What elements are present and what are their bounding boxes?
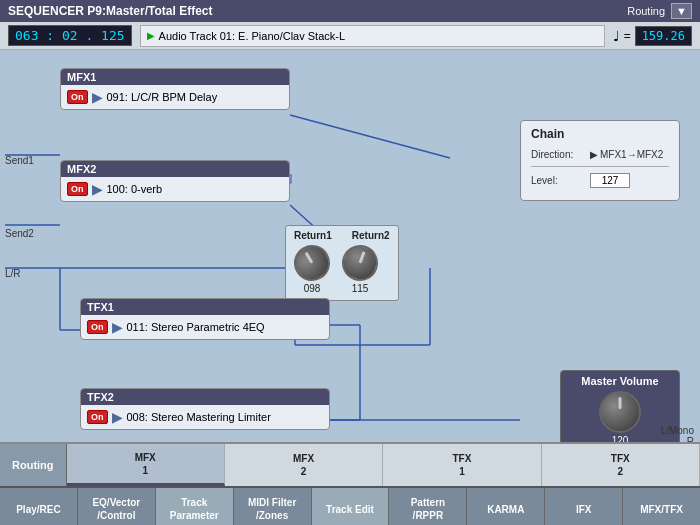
nav-play-rec[interactable]: Play/REC xyxy=(0,488,78,525)
mfx2-body: On ▶ 100: 0-verb xyxy=(61,177,289,201)
nav-eq-vector[interactable]: EQ/Vector /Control xyxy=(78,488,156,525)
top-bar-right: Routing ▼ xyxy=(627,3,692,19)
top-bar: SEQUENCER P9:Master/Total Effect Routing… xyxy=(0,0,700,22)
chain-direction-value: ▶ MFX1→MFX2 xyxy=(590,149,663,160)
tfx2-header: TFX2 xyxy=(81,389,329,405)
nav-ifx[interactable]: IFX xyxy=(545,488,623,525)
nav-mfx-tfx[interactable]: MFX/TFX xyxy=(623,488,700,525)
chain-direction-label: Direction: xyxy=(531,149,586,160)
nav-pattern-rppr[interactable]: Pattern /RPPR xyxy=(389,488,467,525)
tfx1-on-button[interactable]: On xyxy=(87,320,108,334)
tab-routing[interactable]: Routing xyxy=(0,444,67,486)
nav-track-edit[interactable]: Track Edit xyxy=(312,488,390,525)
tfx1-header: TFX1 xyxy=(81,299,329,315)
master-volume-value: 120 xyxy=(612,435,629,442)
mfx2-effect-name: 100: 0-verb xyxy=(107,183,163,195)
tempo-equals: = xyxy=(624,29,631,43)
return2-knob-group: 115 xyxy=(342,245,378,294)
chain-direction-row: Direction: ▶ MFX1→MFX2 xyxy=(531,149,669,160)
main-content: Send1 Send2 L/R MFX1 On ▶ 091: L/C/R BPM… xyxy=(0,50,700,442)
mfx1-arrow-icon: ▶ xyxy=(92,89,103,105)
track-info: ▶ Audio Track 01: E. Piano/Clav Stack-L xyxy=(140,25,605,47)
send1-label: Send1 xyxy=(5,155,34,166)
mfx1-effect-name: 091: L/C/R BPM Delay xyxy=(107,91,218,103)
tfx1-arrow-icon: ▶ xyxy=(112,319,123,335)
nav-karma[interactable]: KARMA xyxy=(467,488,545,525)
chain-title: Chain xyxy=(531,127,669,141)
app-title: SEQUENCER P9:Master/Total Effect xyxy=(8,4,213,18)
master-volume-knob[interactable] xyxy=(599,391,641,433)
mfx2-on-button[interactable]: On xyxy=(67,182,88,196)
tempo-value[interactable]: 159.26 xyxy=(635,26,692,46)
mfx2-block: MFX2 On ▶ 100: 0-verb xyxy=(60,160,290,202)
master-volume-title: Master Volume xyxy=(581,375,658,387)
position-display[interactable]: 063 : 02 . 125 xyxy=(8,25,132,46)
chain-level-row: Level: xyxy=(531,173,669,188)
mfx1-on-button[interactable]: On xyxy=(67,90,88,104)
return-header: Return1 Return2 xyxy=(294,230,390,241)
tab-mfx1[interactable]: MFX 1 xyxy=(67,444,225,486)
return-knobs-row: 098 115 xyxy=(294,245,390,294)
send2-label: Send2 xyxy=(5,228,34,239)
tfx2-on-button[interactable]: On xyxy=(87,410,108,424)
nav-midi-filter[interactable]: MIDI Filter /Zones xyxy=(234,488,312,525)
routing-dropdown[interactable]: ▼ xyxy=(671,3,692,19)
return2-value: 115 xyxy=(352,283,369,294)
tab-tfx2[interactable]: TFX 2 xyxy=(542,444,700,486)
tfx2-arrow-icon: ▶ xyxy=(112,409,123,425)
return1-label: Return1 xyxy=(294,230,332,241)
tfx1-block: TFX1 On ▶ 011: Stereo Parametric 4EQ xyxy=(80,298,330,340)
tfx2-body: On ▶ 008: Stereo Mastering Limiter xyxy=(81,405,329,429)
return1-knob[interactable] xyxy=(287,238,336,287)
master-volume-knob-container: 120 xyxy=(599,391,641,442)
mfx2-header: MFX2 xyxy=(61,161,289,177)
return1-value: 098 xyxy=(304,283,321,294)
tfx2-block: TFX2 On ▶ 008: Stereo Mastering Limiter xyxy=(80,388,330,430)
mfx1-body: On ▶ 091: L/C/R BPM Delay xyxy=(61,85,289,109)
tfx1-body: On ▶ 011: Stereo Parametric 4EQ xyxy=(81,315,329,339)
routing-label: Routing xyxy=(627,5,665,17)
mfx1-block: MFX1 On ▶ 091: L/C/R BPM Delay xyxy=(60,68,290,110)
tempo-display: ♩ = 159.26 xyxy=(613,26,692,46)
tab-tfx1[interactable]: TFX 1 xyxy=(383,444,541,486)
lr-label: L/R xyxy=(5,268,21,279)
tabs-row: Routing MFX 1 MFX 2 TFX 1 TFX 2 xyxy=(0,442,700,486)
play-icon: ▶ xyxy=(147,30,155,41)
chain-level-input[interactable] xyxy=(590,173,630,188)
mfx1-header: MFX1 xyxy=(61,69,289,85)
chain-direction-text: MFX1→MFX2 xyxy=(600,149,663,160)
track-name: Audio Track 01: E. Piano/Clav Stack-L xyxy=(159,30,345,42)
return-section: Return1 Return2 098 115 xyxy=(285,225,399,301)
tempo-note-icon: ♩ xyxy=(613,28,620,44)
svg-line-1 xyxy=(290,115,450,158)
chain-level-label: Level: xyxy=(531,175,586,186)
chain-box: Chain Direction: ▶ MFX1→MFX2 Level: xyxy=(520,120,680,201)
chain-direction-arrow-icon: ▶ xyxy=(590,149,598,160)
lr-right-label: L/Mono R xyxy=(661,425,694,442)
nav-track-parameter[interactable]: Track Parameter xyxy=(156,488,234,525)
tfx2-effect-name: 008: Stereo Mastering Limiter xyxy=(127,411,271,423)
return2-knob[interactable] xyxy=(337,240,383,286)
return2-label: Return2 xyxy=(352,230,390,241)
tab-mfx2[interactable]: MFX 2 xyxy=(225,444,383,486)
mfx2-arrow-icon: ▶ xyxy=(92,181,103,197)
nav-bar: Play/REC EQ/Vector /Control Track Parame… xyxy=(0,486,700,525)
return1-knob-group: 098 xyxy=(294,245,330,294)
tfx1-effect-name: 011: Stereo Parametric 4EQ xyxy=(127,321,265,333)
chain-divider xyxy=(531,166,669,167)
transport-bar: 063 : 02 . 125 ▶ Audio Track 01: E. Pian… xyxy=(0,22,700,50)
